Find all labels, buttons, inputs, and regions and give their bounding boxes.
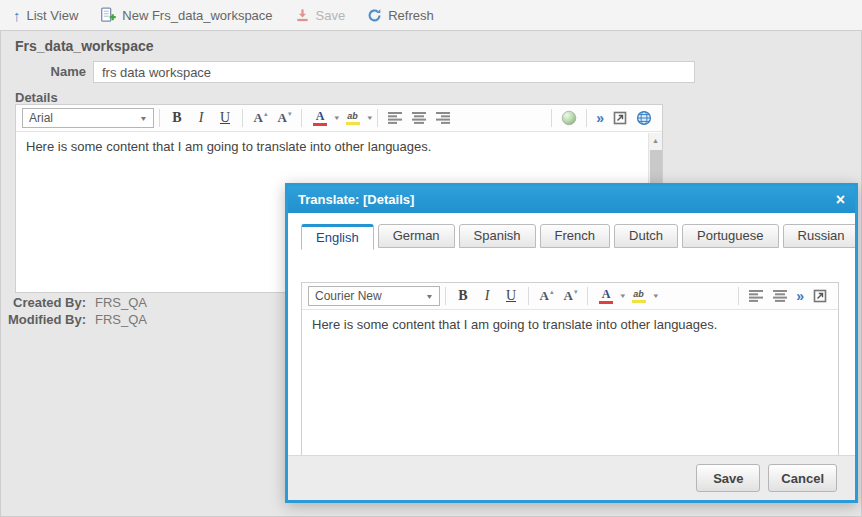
bold-icon: B xyxy=(172,110,181,126)
shrink-font-icon: A xyxy=(278,110,287,126)
details-editor-content[interactable]: Here is some content that I am going to … xyxy=(16,132,662,162)
italic-button[interactable]: I xyxy=(190,107,212,129)
save-label: Save xyxy=(316,8,346,23)
cancel-button[interactable]: Cancel xyxy=(768,464,837,492)
save-button[interactable]: Save xyxy=(295,8,346,23)
tab-dutch[interactable]: Dutch xyxy=(614,224,678,248)
translate-button[interactable] xyxy=(633,107,655,129)
align-center-icon xyxy=(773,290,787,302)
highlight-split: ab ▾ xyxy=(341,107,372,129)
maximize-button[interactable] xyxy=(609,107,631,129)
font-color-icon: A xyxy=(313,110,327,126)
chevron-down-icon[interactable]: ▾ xyxy=(653,292,658,300)
underline-button[interactable]: U xyxy=(214,107,236,129)
name-input[interactable] xyxy=(93,61,695,83)
font-color-button[interactable]: A xyxy=(595,285,617,307)
align-left-icon xyxy=(749,290,763,302)
details-editor-toolbar: Arial ▼ B I U A▴ A▾ A ▾ xyxy=(16,105,662,132)
toolbar-separator xyxy=(587,287,588,305)
translation-editor: Courier New ▼ B I U A▴ A▾ A ▾ xyxy=(301,282,839,465)
close-icon[interactable]: × xyxy=(836,192,845,208)
translation-editor-content[interactable]: Here is some content that I am going to … xyxy=(302,310,838,340)
new-document-icon xyxy=(100,7,116,23)
blue-globe-icon xyxy=(636,110,652,126)
toolbar-separator xyxy=(301,109,302,127)
toolbar-separator xyxy=(445,287,446,305)
font-family-select[interactable]: Arial ▼ xyxy=(22,108,154,128)
font-color-split: A ▾ xyxy=(594,285,625,307)
tab-spanish[interactable]: Spanish xyxy=(459,224,536,248)
underline-icon: U xyxy=(220,110,230,126)
top-toolbar: ↑ List View New Frs_data_workspace Save … xyxy=(0,0,862,30)
toolbar-separator xyxy=(242,109,243,127)
maximize-button[interactable] xyxy=(809,285,831,307)
toolbar-separator xyxy=(377,109,378,127)
chevron-down-icon[interactable]: ▾ xyxy=(334,114,339,122)
scroll-up-button[interactable]: ▲ xyxy=(649,133,662,147)
save-icon xyxy=(295,8,310,23)
created-by-value: FRS_QA xyxy=(95,295,147,310)
spellcheck-globe-button[interactable] xyxy=(558,107,580,129)
tab-russian[interactable]: Russian xyxy=(783,224,855,248)
align-left-button[interactable] xyxy=(745,285,767,307)
shrink-font-button[interactable]: A▾ xyxy=(559,285,581,307)
translate-dialog: Translate: [Details] × EnglishGermanSpan… xyxy=(285,183,858,503)
green-globe-icon xyxy=(561,110,577,126)
highlight-split: ab ▾ xyxy=(627,285,658,307)
font-family-select[interactable]: Courier New ▼ xyxy=(308,286,440,306)
translate-dialog-header[interactable]: Translate: [Details] × xyxy=(288,186,855,213)
shrink-font-button[interactable]: A▾ xyxy=(273,107,295,129)
list-view-label: List View xyxy=(27,8,79,23)
font-color-button[interactable]: A xyxy=(309,107,331,129)
translate-dialog-body: EnglishGermanSpanishFrenchDutchPortugues… xyxy=(288,213,855,500)
toolbar-overflow-button[interactable]: » xyxy=(592,110,608,126)
underline-icon: U xyxy=(506,288,516,304)
align-center-button[interactable] xyxy=(408,107,430,129)
tab-english[interactable]: English xyxy=(301,224,374,250)
align-center-button[interactable] xyxy=(769,285,791,307)
list-view-button[interactable]: ↑ List View xyxy=(13,8,78,23)
tab-german[interactable]: German xyxy=(378,224,455,248)
italic-icon: I xyxy=(485,288,490,304)
bold-button[interactable]: B xyxy=(452,285,474,307)
grow-font-icon: A xyxy=(540,288,549,304)
new-workspace-label: New Frs_data_workspace xyxy=(122,8,272,23)
grow-font-button[interactable]: A▴ xyxy=(249,107,271,129)
italic-button[interactable]: I xyxy=(476,285,498,307)
refresh-button[interactable]: Refresh xyxy=(367,8,434,23)
grow-font-icon: A xyxy=(254,110,263,126)
font-color-split: A ▾ xyxy=(308,107,339,129)
bold-button[interactable]: B xyxy=(166,107,188,129)
modified-by-label: Modified By: xyxy=(1,312,86,327)
tab-french[interactable]: French xyxy=(540,224,610,248)
toolbar-separator xyxy=(586,109,587,127)
save-button[interactable]: Save xyxy=(696,464,760,492)
language-tabs: EnglishGermanSpanishFrenchDutchPortugues… xyxy=(301,224,855,250)
align-left-button[interactable] xyxy=(384,107,406,129)
chevron-down-icon[interactable]: ▾ xyxy=(367,114,372,122)
new-workspace-button[interactable]: New Frs_data_workspace xyxy=(100,7,272,23)
toolbar-separator xyxy=(551,109,552,127)
chevron-down-icon: ▼ xyxy=(425,293,433,300)
page-title: Frs_data_workspace xyxy=(15,38,154,54)
refresh-icon xyxy=(367,8,382,23)
toolbar-overflow-button[interactable]: » xyxy=(792,288,808,304)
highlight-button[interactable]: ab xyxy=(342,107,364,129)
maximize-icon xyxy=(813,289,827,303)
modified-by-value: FRS_QA xyxy=(95,312,147,327)
shrink-font-icon: A xyxy=(564,288,573,304)
translation-editor-toolbar: Courier New ▼ B I U A▴ A▾ A ▾ xyxy=(302,283,838,310)
underline-button[interactable]: U xyxy=(500,285,522,307)
font-family-value: Arial xyxy=(29,111,53,125)
grow-font-button[interactable]: A▴ xyxy=(535,285,557,307)
align-right-button[interactable] xyxy=(432,107,454,129)
italic-icon: I xyxy=(199,110,204,126)
highlight-button[interactable]: ab xyxy=(628,285,650,307)
toolbar-separator xyxy=(159,109,160,127)
tab-portuguese[interactable]: Portuguese xyxy=(682,224,779,248)
created-by-label: Created By: xyxy=(1,295,86,310)
chevron-down-icon[interactable]: ▾ xyxy=(620,292,625,300)
align-left-icon xyxy=(388,112,402,124)
align-center-icon xyxy=(412,112,426,124)
toolbar-separator xyxy=(738,287,739,305)
